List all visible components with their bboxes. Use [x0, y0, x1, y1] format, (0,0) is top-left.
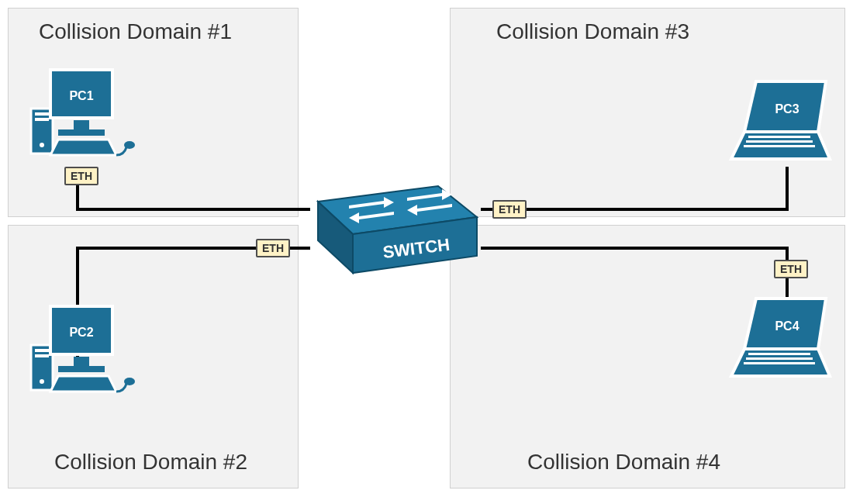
domain-4-title: Collision Domain #4 — [527, 450, 720, 475]
svg-rect-22 — [58, 366, 105, 372]
svg-point-19 — [40, 379, 44, 384]
svg-rect-9 — [35, 118, 49, 121]
svg-rect-28 — [746, 140, 813, 143]
svg-rect-18 — [35, 354, 49, 357]
pc2-device: PC2 — [27, 302, 136, 406]
laptop-icon: PC4 — [731, 299, 830, 376]
svg-point-10 — [40, 143, 44, 147]
pc3-label: PC3 — [775, 102, 799, 116]
svg-rect-8 — [35, 112, 49, 116]
domain-2-title: Collision Domain #2 — [54, 450, 247, 475]
svg-rect-33 — [746, 357, 813, 360]
pc4-device: PC4 — [725, 295, 834, 391]
network-switch: SWITCH — [302, 163, 481, 282]
svg-rect-13 — [58, 129, 105, 136]
desktop-icon: PC2 — [31, 306, 135, 392]
svg-point-15 — [124, 141, 135, 149]
svg-rect-27 — [748, 136, 810, 138]
pc4-label: PC4 — [775, 319, 799, 333]
svg-marker-14 — [50, 140, 116, 155]
pc3-device: PC3 — [725, 78, 834, 174]
eth-label-2: ETH — [256, 239, 290, 257]
svg-rect-32 — [748, 353, 810, 355]
eth-label-3: ETH — [492, 200, 527, 219]
pc1-device: PC1 — [27, 66, 136, 170]
desktop-icon: PC1 — [31, 70, 135, 155]
svg-point-24 — [124, 378, 135, 385]
pc2-label: PC2 — [69, 326, 93, 339]
svg-rect-29 — [744, 145, 815, 147]
domain-3-title: Collision Domain #3 — [496, 19, 689, 44]
svg-marker-23 — [50, 376, 116, 392]
svg-rect-12 — [74, 120, 89, 129]
svg-rect-34 — [744, 362, 815, 364]
eth-label-1: ETH — [64, 167, 98, 185]
laptop-icon: PC3 — [731, 81, 830, 159]
svg-rect-17 — [35, 349, 49, 352]
eth-label-4: ETH — [774, 260, 808, 278]
pc1-label: PC1 — [69, 89, 93, 102]
domain-1-title: Collision Domain #1 — [39, 19, 232, 44]
svg-rect-21 — [74, 357, 89, 366]
